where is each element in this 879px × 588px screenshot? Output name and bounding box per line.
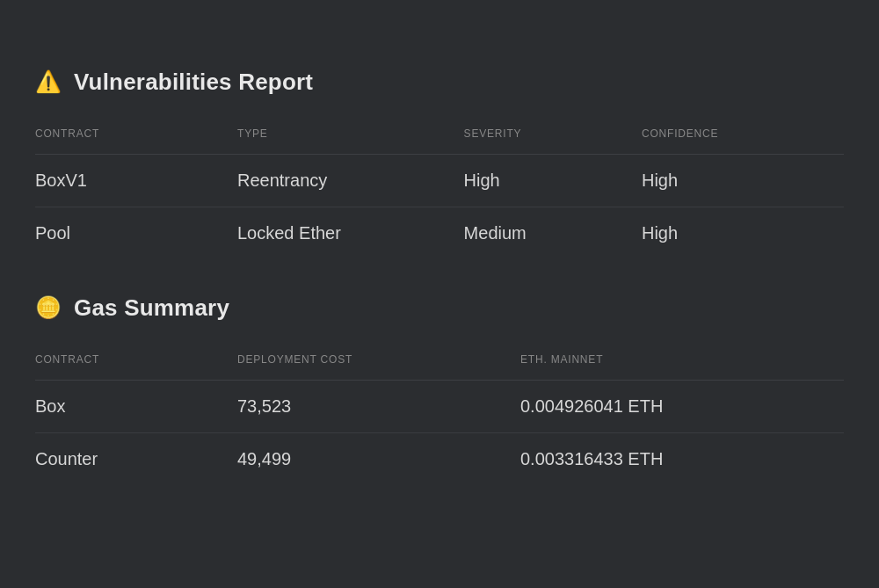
gas-deployment-1: 49,499 — [237, 432, 520, 485]
vuln-col-type: TYPE — [237, 120, 464, 155]
gas-col-deployment: DEPLOYMENT COST — [237, 346, 520, 381]
gas-title-row: 🪙 Gas Summary — [35, 294, 844, 322]
main-container: ⚠️ Vulnerabilities Report CONTRACT TYPE … — [18, 42, 861, 547]
gas-col-contract: CONTRACT — [35, 346, 237, 381]
vuln-type-0: Reentrancy — [237, 154, 464, 207]
vulnerabilities-title: Vulnerabilities Report — [74, 69, 313, 96]
gas-table: CONTRACT DEPLOYMENT COST ETH. MAINNET Bo… — [35, 346, 844, 485]
vuln-contract-1: Pool — [35, 207, 237, 259]
vuln-col-contract: CONTRACT — [35, 120, 237, 155]
vulnerabilities-section: ⚠️ Vulnerabilities Report CONTRACT TYPE … — [35, 69, 844, 259]
gas-deployment-0: 73,523 — [237, 380, 520, 432]
gas-row: Counter 49,499 0.003316433 ETH — [35, 432, 844, 485]
vuln-confidence-1: High — [642, 207, 844, 259]
gas-contract-1: Counter — [35, 432, 237, 485]
gas-section: 🪙 Gas Summary CONTRACT DEPLOYMENT COST E… — [35, 294, 844, 485]
vuln-contract-0: BoxV1 — [35, 154, 237, 207]
vuln-col-severity: SEVERITY — [464, 120, 642, 155]
vuln-row: BoxV1 Reentrancy High High — [35, 154, 844, 207]
vuln-type-1: Locked Ether — [237, 207, 464, 259]
gas-title: Gas Summary — [74, 294, 229, 322]
vuln-row: Pool Locked Ether Medium High — [35, 207, 844, 259]
gas-row: Box 73,523 0.004926041 ETH — [35, 380, 844, 432]
gas-icon: 🪙 — [35, 294, 62, 321]
vuln-severity-0: High — [464, 154, 642, 207]
vuln-severity-1: Medium — [464, 207, 642, 259]
vuln-confidence-0: High — [642, 154, 844, 207]
gas-contract-0: Box — [35, 380, 237, 432]
gas-col-mainnet: ETH. MAINNET — [520, 346, 844, 381]
vulnerabilities-table: CONTRACT TYPE SEVERITY CONFIDENCE BoxV1 … — [35, 120, 844, 259]
gas-mainnet-1: 0.003316433 ETH — [520, 432, 844, 485]
vulnerabilities-title-row: ⚠️ Vulnerabilities Report — [35, 69, 844, 96]
warning-icon: ⚠️ — [35, 69, 62, 95]
gas-mainnet-0: 0.004926041 ETH — [520, 380, 844, 432]
vuln-col-confidence: CONFIDENCE — [642, 120, 844, 155]
